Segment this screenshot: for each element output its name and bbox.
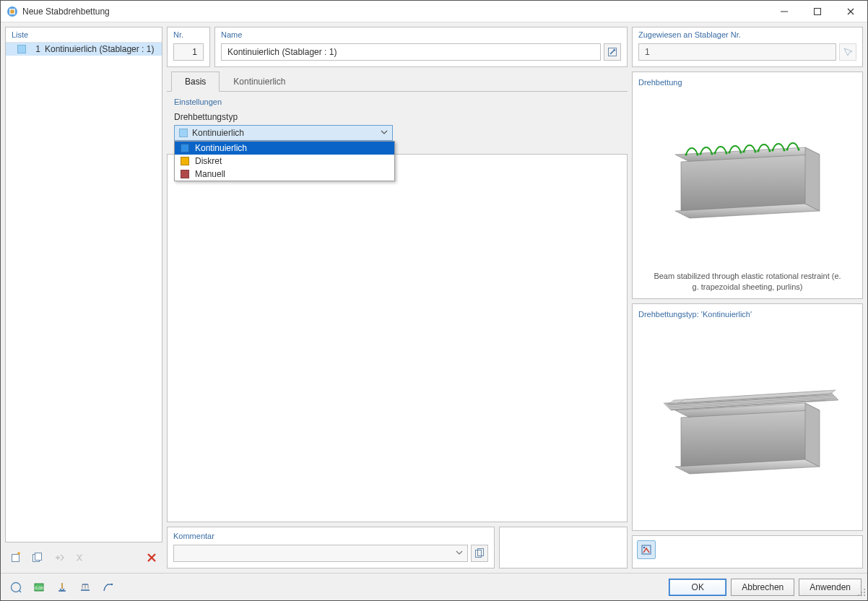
footer-load-button[interactable] — [76, 578, 95, 597]
svg-point-23 — [742, 150, 745, 152]
svg-rect-2 — [11, 9, 14, 13]
svg-point-28 — [783, 149, 785, 151]
svg-point-56 — [864, 594, 865, 596]
assign-input-text: 1 — [645, 47, 650, 57]
chevron-down-icon — [381, 128, 388, 138]
svg-rect-4 — [815, 8, 821, 14]
app-icon — [6, 6, 18, 17]
name-box: Name Kontinuierlich (Stablager : 1) — [214, 27, 628, 67]
tab-panel-basis: Einstellungen Drehbettungstyp Kontinuier… — [167, 92, 628, 150]
resize-grip[interactable] — [857, 588, 866, 599]
svg-point-51 — [864, 589, 865, 590]
svg-point-16 — [696, 153, 698, 155]
minimize-button[interactable] — [768, 1, 801, 22]
preview-toolbar — [632, 535, 863, 568]
nr-value: 1 — [173, 43, 204, 61]
svg-point-19 — [713, 152, 716, 154]
svg-point-18 — [711, 152, 713, 155]
svg-marker-32 — [681, 410, 811, 468]
name-input[interactable]: Kontinuierlich (Stablager : 1) — [221, 43, 601, 61]
tabstrip: Basis Kontinuierlich — [167, 72, 628, 92]
preview-panel-1: Drehbettung — [632, 72, 863, 299]
new-item-button[interactable] — [6, 548, 25, 567]
svg-rect-7 — [35, 553, 42, 561]
preview-mode-button[interactable] — [637, 540, 656, 559]
name-label: Name — [221, 30, 621, 39]
list-item[interactable]: 1 Kontinuierlich (Stablager : 1) — [6, 43, 162, 56]
option-swatch — [181, 170, 189, 178]
type-option-kontinuierlich[interactable]: Kontinuierlich — [175, 142, 394, 155]
duplicate-item-button[interactable] — [28, 548, 47, 567]
list-header: Liste — [6, 27, 162, 43]
pick-assign-button[interactable] — [839, 43, 856, 61]
svg-point-50 — [111, 583, 113, 584]
svg-point-52 — [861, 592, 862, 593]
svg-point-27 — [771, 149, 773, 151]
apply-button[interactable]: Anwenden — [799, 579, 862, 596]
svg-point-46 — [643, 547, 646, 549]
toolbar-button-3[interactable] — [50, 548, 69, 567]
cancel-button[interactable]: Abbrechen — [731, 579, 794, 596]
type-combo[interactable]: Kontinuierlich Kontinuierlich — [174, 125, 393, 141]
list-toolbar — [5, 547, 162, 568]
svg-marker-14 — [805, 147, 820, 211]
type-selected-swatch — [179, 129, 188, 137]
comment-input[interactable] — [173, 545, 468, 562]
delete-item-button[interactable] — [142, 548, 161, 567]
comment-library-button[interactable] — [471, 545, 488, 562]
window-title: Neue Stabdrehbettung — [22, 7, 768, 17]
svg-point-29 — [786, 148, 788, 150]
preview-image-2 — [638, 323, 856, 524]
preview-panel-2: Drehbettungstyp: 'Kontinuierlich' — [632, 303, 863, 531]
footer: 0,00 OK Abbrechen Anwenden — [1, 573, 867, 600]
svg-text:0,00: 0,00 — [35, 586, 43, 590]
option-swatch — [181, 144, 189, 152]
assign-input[interactable]: 1 — [638, 43, 836, 61]
list-item-number: 1 — [30, 44, 40, 54]
tab-kontinuierlich[interactable]: Kontinuierlich — [220, 72, 299, 91]
svg-rect-45 — [642, 545, 651, 554]
option-label: Kontinuierlich — [195, 143, 247, 153]
svg-point-55 — [861, 594, 862, 596]
svg-point-30 — [797, 148, 799, 150]
edit-name-button[interactable] — [604, 43, 621, 61]
titlebar: Neue Stabdrehbettung — [1, 1, 867, 22]
list-item-swatch — [17, 45, 26, 53]
ok-button[interactable]: OK — [669, 579, 726, 596]
footer-help-button[interactable] — [6, 578, 25, 597]
details-placeholder — [167, 154, 628, 522]
toolbar-button-4[interactable] — [71, 548, 90, 567]
option-label: Manuell — [195, 169, 225, 179]
svg-rect-5 — [12, 555, 19, 562]
svg-point-20 — [725, 152, 727, 154]
svg-point-54 — [858, 594, 859, 596]
list-item-label: Kontinuierlich (Stablager : 1) — [45, 44, 154, 54]
assign-box: Zugewiesen an Stablager Nr. 1 — [632, 27, 863, 67]
preview-image-1 — [638, 91, 856, 268]
svg-point-17 — [699, 152, 701, 155]
svg-rect-3 — [781, 11, 788, 12]
svg-point-53 — [864, 592, 865, 593]
option-label: Diskret — [195, 156, 222, 166]
maximize-button[interactable] — [801, 1, 834, 22]
comment-box: Kommentar — [167, 527, 495, 568]
assign-label: Zugewiesen an Stablager Nr. — [638, 30, 856, 39]
tab-basis[interactable]: Basis — [171, 72, 220, 92]
footer-member-button[interactable] — [99, 578, 118, 597]
settings-section-title: Einstellungen — [174, 98, 620, 106]
footer-support-button[interactable] — [53, 578, 71, 597]
name-input-text: Kontinuierlich (Stablager : 1) — [227, 47, 337, 57]
nr-label: Nr. — [173, 30, 204, 39]
svg-point-25 — [757, 150, 759, 152]
preview-title-2: Drehbettungstyp: 'Kontinuierlich' — [638, 310, 856, 319]
close-button[interactable] — [834, 1, 867, 22]
footer-units-button[interactable]: 0,00 — [30, 578, 48, 597]
preview-title-1: Drehbettung — [638, 78, 856, 87]
type-option-diskret[interactable]: Diskret — [175, 155, 394, 168]
type-option-manuell[interactable]: Manuell — [175, 168, 394, 181]
svg-point-15 — [685, 153, 687, 155]
svg-marker-34 — [805, 403, 820, 467]
preview-caption-1: Beam stabilized through elastic rotation… — [638, 268, 856, 293]
svg-point-22 — [739, 151, 742, 153]
svg-marker-12 — [681, 155, 811, 212]
